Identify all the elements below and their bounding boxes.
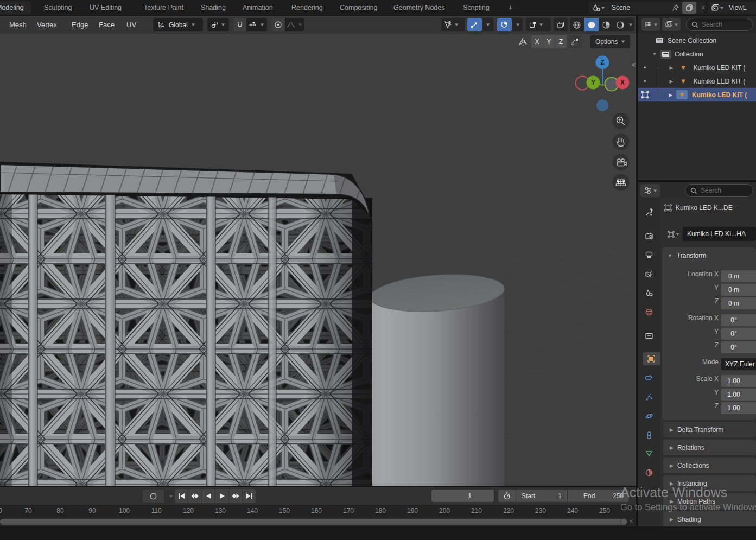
xray-dropdown[interactable]: ▼: [526, 18, 551, 31]
menu-face[interactable]: Face: [99, 16, 115, 34]
tab-constraints-icon[interactable]: [643, 429, 656, 442]
proportional-editing-icon[interactable]: [271, 18, 285, 31]
show-gizmo-icon[interactable]: [467, 18, 482, 31]
current-frame-field[interactable]: 1: [431, 490, 494, 502]
workspace-tab-rendering[interactable]: Rendering: [284, 1, 330, 14]
scale-x-field[interactable]: 1.00: [721, 375, 756, 387]
tab-object-icon[interactable]: [643, 352, 660, 365]
workspace-tab-uv-editing[interactable]: UV Editing: [82, 1, 129, 14]
view-layer-chevron[interactable]: ▼: [719, 5, 725, 10]
cylinder-object[interactable]: [369, 270, 505, 486]
timeline-ruler[interactable]: 60 70 80 90 100 110 120 130 140 150 160 …: [0, 505, 636, 518]
properties-editor-dropdown[interactable]: ▼: [640, 184, 660, 197]
outliner-filter-dropdown[interactable]: ▼: [662, 18, 681, 31]
scene-name[interactable]: Scene: [612, 4, 630, 11]
tab-collection-icon[interactable]: [643, 329, 656, 342]
navigation-gizmo[interactable]: Y X Z: [576, 56, 630, 112]
viewport-3d[interactable]: Y X Z <: [0, 34, 636, 486]
play-button[interactable]: [215, 489, 228, 503]
menu-mesh[interactable]: Mesh: [9, 16, 27, 34]
view-layer-name[interactable]: ViewL: [729, 4, 746, 11]
object-expand-chevron[interactable]: ▶: [670, 79, 675, 84]
overlay-toggle-button[interactable]: [554, 18, 568, 31]
preview-range-button[interactable]: [498, 490, 516, 502]
datablock-selector[interactable]: ▼ Kumiko LED KI...HA: [664, 227, 756, 241]
new-scene-button[interactable]: [682, 2, 696, 14]
tab-tool-icon[interactable]: [643, 206, 656, 219]
transform-panel-header[interactable]: ▼ Transform: [668, 252, 706, 259]
shading-wireframe-icon[interactable]: [570, 18, 584, 31]
auto-keying-button[interactable]: [143, 490, 164, 503]
section-shading[interactable]: ▶Shading: [663, 511, 756, 526]
overlays-chevron[interactable]: ▼: [512, 18, 523, 31]
workspace-tab-shading[interactable]: Shading: [194, 1, 233, 14]
outliner-row-object-3-selected[interactable]: ▶ ▼ Kumiko LED KIT (: [638, 88, 756, 101]
location-y-field[interactable]: 0 m: [721, 284, 756, 296]
timeline-scrollbar[interactable]: [0, 519, 625, 525]
properties-search-field[interactable]: Search: [685, 184, 753, 197]
snap-chevron[interactable]: ▼: [257, 22, 268, 27]
scale-z-field[interactable]: 1.00: [721, 402, 756, 414]
timeline-scrollbar-handle[interactable]: [620, 518, 627, 525]
snap-magnet-icon[interactable]: [233, 18, 246, 31]
datablock-icon[interactable]: ▼: [664, 227, 683, 241]
tab-data-icon[interactable]: [643, 447, 656, 460]
start-frame-field[interactable]: Start 1: [516, 490, 567, 502]
options-dropdown[interactable]: Options▼: [590, 35, 630, 48]
tab-material-icon[interactable]: [643, 466, 656, 479]
shading-rendered-icon[interactable]: [613, 18, 627, 31]
show-overlays-icon[interactable]: [497, 18, 512, 31]
gizmo-neg-z[interactable]: [596, 99, 608, 111]
play-reverse-button[interactable]: [202, 489, 215, 503]
sidebar-collapse-arrow[interactable]: <: [632, 61, 636, 69]
tab-scene-icon[interactable]: [643, 287, 656, 300]
mirror-x-button[interactable]: X: [531, 35, 543, 48]
rotation-y-field[interactable]: 0°: [721, 328, 756, 340]
section-motion-paths[interactable]: ▶Motion Paths: [663, 493, 756, 509]
collection-expand-chevron[interactable]: ▼: [652, 52, 658, 56]
rotation-z-field[interactable]: 0°: [721, 341, 756, 353]
snapping-dropdown[interactable]: ▼: [207, 18, 229, 31]
tab-render-icon[interactable]: [643, 230, 656, 243]
transform-orientation-dropdown[interactable]: Global ▼: [153, 18, 203, 31]
mirror-z-button[interactable]: Z: [555, 35, 567, 48]
mirror-icon[interactable]: [516, 35, 530, 48]
gizmo-chevron[interactable]: ▼: [482, 18, 493, 31]
add-workspace-button[interactable]: +: [508, 1, 513, 14]
section-delta-transform[interactable]: ▶Delta Transform: [663, 422, 756, 437]
outliner-row-object-1[interactable]: • ▶ ▼ Kumiko LED KIT (: [638, 61, 756, 74]
outliner-row-scene-collection[interactable]: Scene Collection: [638, 34, 756, 47]
jump-to-start-button[interactable]: [175, 489, 188, 503]
timeline-collapse-arrow[interactable]: <: [630, 518, 633, 524]
object-expand-chevron[interactable]: ▶: [669, 92, 674, 98]
shading-material-icon[interactable]: [599, 18, 613, 31]
jump-to-end-button[interactable]: [243, 489, 256, 503]
shading-solid-icon[interactable]: [584, 18, 599, 31]
snap-base-icon[interactable]: [568, 35, 582, 48]
outliner-display-mode-dropdown[interactable]: ▼: [641, 18, 660, 31]
workspace-tab-compositing[interactable]: Compositing: [333, 1, 384, 14]
section-instancing[interactable]: ▶Instancing: [663, 475, 756, 491]
tab-physics-icon[interactable]: [643, 410, 656, 423]
outliner-search-field[interactable]: Search: [686, 18, 753, 31]
workspace-tab-modeling[interactable]: Modeling: [0, 1, 31, 14]
rotation-x-field[interactable]: 0°: [721, 314, 756, 326]
location-z-field[interactable]: 0 m: [721, 297, 756, 309]
rotation-mode-dropdown[interactable]: XYZ Euler: [721, 358, 756, 370]
menu-vertex[interactable]: Vertex: [37, 16, 57, 34]
tab-view-layer-icon[interactable]: [643, 268, 656, 281]
pan-button[interactable]: [613, 134, 630, 150]
outliner-row-collection[interactable]: ▼ Collection: [638, 47, 756, 61]
workspace-tab-animation[interactable]: Animation: [236, 1, 280, 14]
scale-y-field[interactable]: 1.00: [721, 389, 756, 401]
transform-collapse-chevron[interactable]: ▼: [668, 253, 672, 258]
breadcrumb-text[interactable]: Kumiko LED K...DE -: [676, 204, 736, 212]
object-expand-chevron[interactable]: ▶: [670, 65, 675, 71]
workspace-tab-texture-paint[interactable]: Texture Paint: [137, 1, 190, 14]
section-collections[interactable]: ▶Collections: [663, 458, 756, 473]
section-relations[interactable]: ▶Relations: [663, 440, 756, 455]
tab-output-icon[interactable]: [643, 249, 656, 262]
end-frame-field[interactable]: End 250: [568, 490, 629, 502]
zoom-button[interactable]: [613, 113, 630, 130]
menu-edge[interactable]: Edge: [72, 16, 88, 34]
